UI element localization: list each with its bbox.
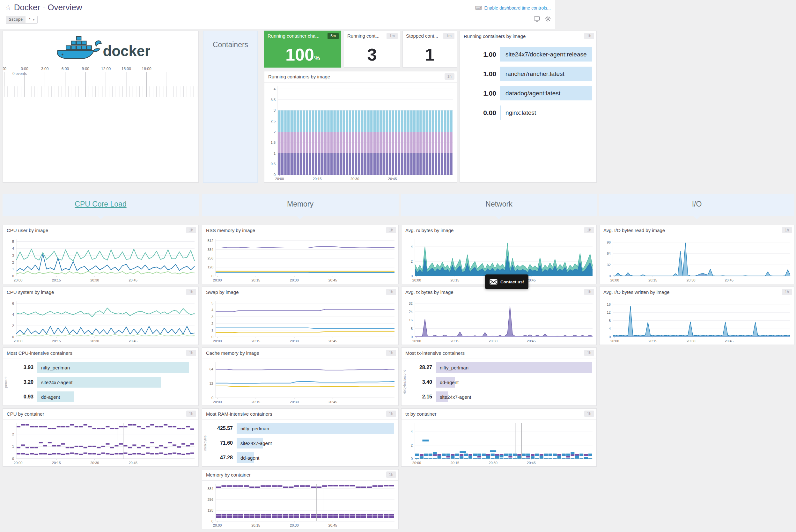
line-chart[interactable]: 0326420:0020:1520:3020:45	[202, 359, 398, 405]
toplist-row[interactable]: 0.93dd-agent	[8, 392, 194, 402]
scope-value[interactable]: *▾	[25, 16, 37, 23]
timeframe-badge[interactable]: 1h	[584, 33, 594, 39]
svg-text:24: 24	[409, 310, 413, 314]
timeframe-badge[interactable]: 5m	[328, 33, 339, 39]
svg-text:20:00: 20:00	[610, 278, 619, 282]
timeframe-badge[interactable]: 1h	[782, 227, 792, 233]
tile-running-container-change[interactable]: Running container cha...5m 100%	[264, 31, 341, 68]
toplist-value: 1.00	[466, 51, 500, 58]
toplist-bar	[500, 106, 501, 120]
svg-text:0: 0	[211, 335, 214, 339]
toplist-row[interactable]: 3.40dd-agent	[407, 377, 592, 387]
timeframe-badge[interactable]: 1h	[386, 471, 396, 478]
timeframe-badge[interactable]: 1h	[386, 411, 396, 417]
svg-text:12:00: 12:00	[101, 66, 111, 71]
tv-mode-icon[interactable]	[534, 16, 540, 22]
stacked-bar-chart[interactable]: 00.511.522.533.5420:0020:1520:3020:45	[264, 82, 457, 182]
svg-text:0:00: 0:00	[21, 66, 29, 71]
toplist-row[interactable]: 3.93nifty_perlman	[8, 362, 194, 373]
timeframe-badge[interactable]: 1m	[443, 33, 455, 39]
area-chart[interactable]: 0816243220:0020:1520:3020:45	[402, 298, 596, 345]
toplist-row[interactable]: 2.15site24x7-agent	[407, 392, 592, 402]
section-notch	[97, 216, 104, 219]
tile-running-containers[interactable]: Running cont...1m 3	[344, 31, 400, 68]
toplist-label: site24x7-agent	[41, 380, 72, 385]
timeframe-badge[interactable]: 1h	[386, 289, 396, 295]
timeframe-badge[interactable]: 1h	[186, 289, 196, 295]
svg-text:128: 128	[208, 265, 214, 269]
toplist-unit-label: percent	[3, 359, 8, 405]
svg-text:20:15: 20:15	[52, 278, 61, 282]
svg-text:1: 1	[211, 328, 214, 332]
svg-text:4: 4	[12, 246, 14, 250]
panel-io-read: Avg. I/O bytes read by image1h 032649620…	[599, 225, 794, 284]
svg-text:20:45: 20:45	[329, 278, 337, 282]
section-notch	[297, 216, 303, 219]
timeframe-badge[interactable]: 1h	[584, 227, 594, 233]
toplist-row[interactable]: 3.20site24x7-agent	[8, 377, 194, 387]
svg-text:96: 96	[607, 240, 611, 244]
svg-text:20:15: 20:15	[251, 339, 260, 343]
step-chart[interactable]: 02420:0020:1520:3020:45	[402, 420, 596, 466]
svg-text:0: 0	[609, 335, 611, 339]
timeframe-badge[interactable]: 1m	[387, 33, 398, 39]
toplist-value: 0.93	[8, 394, 37, 400]
toplist-row[interactable]: 28.27nifty_perlman	[407, 362, 592, 373]
panel-memory-by-container: Memory by container1h 012825638420:0020:…	[202, 469, 399, 529]
timeframe-badge[interactable]: 1h	[386, 350, 396, 356]
section-link-cpu-core-load[interactable]: CPU Core Load	[3, 200, 199, 208]
step-chart[interactable]: 012825638420:0020:1520:3020:45	[202, 481, 398, 529]
timeframe-badge[interactable]: 1h	[186, 350, 196, 356]
step-chart[interactable]: 01220:0020:1520:3020:45	[3, 420, 198, 466]
toplist: mebibytes425.57nifty_perlman71.60site24x…	[202, 420, 398, 466]
svg-text:0: 0	[274, 173, 276, 176]
svg-text:0.5: 0.5	[271, 162, 276, 166]
timeframe-badge[interactable]: 1h	[186, 411, 196, 417]
docker-logo: docker	[3, 31, 198, 65]
svg-text:0: 0	[411, 274, 413, 278]
events-timeline[interactable]: 000:003:006:009:0012:0015:0018:000 event…	[3, 65, 198, 100]
contact-us-button[interactable]: Contact us!	[485, 274, 529, 289]
tile-stopped-containers[interactable]: Stopped cont...1m 1	[403, 31, 457, 68]
timeframe-badge[interactable]: 1h	[445, 73, 455, 80]
tile-value: 1	[403, 42, 457, 67]
svg-text:6:00: 6:00	[61, 66, 69, 71]
svg-text:20:30: 20:30	[290, 524, 299, 527]
svg-text:4: 4	[274, 87, 276, 91]
svg-text:64: 64	[209, 367, 214, 371]
line-chart[interactable]: 024620:0020:1520:3020:45	[3, 298, 198, 345]
favorite-star-icon[interactable]: ☆	[5, 3, 12, 12]
svg-text:8: 8	[609, 319, 611, 323]
svg-text:3: 3	[12, 253, 14, 257]
panel-io-write: Avg. I/O bytes written by image1h 048121…	[599, 287, 794, 345]
timeframe-badge[interactable]: 1h	[186, 227, 196, 233]
area-chart[interactable]: 032649620:0020:1520:3020:45	[599, 236, 794, 284]
toplist-row[interactable]: 1.00site24x7/docker-agent:release	[466, 47, 592, 61]
toplist-row[interactable]: 1.00rancher/rancher:latest	[466, 66, 592, 81]
svg-text:384: 384	[208, 248, 214, 251]
svg-text:1: 1	[12, 444, 14, 448]
section-network: Network	[401, 194, 597, 216]
svg-text:5: 5	[211, 301, 214, 305]
timeframe-badge[interactable]: 1h	[782, 289, 792, 295]
gear-icon[interactable]	[545, 16, 551, 22]
enable-time-controls-link[interactable]: ⌨ Enable dashboard time controls...	[475, 5, 551, 11]
toplist-row[interactable]: 71.60site24x7-agent	[208, 438, 394, 449]
timeframe-badge[interactable]: 1h	[386, 227, 396, 233]
line-chart[interactable]: 012825638451220:0020:1520:3020:45	[202, 236, 398, 284]
line-chart[interactable]: 01234520:0020:1520:3020:45	[3, 236, 198, 284]
timeframe-badge[interactable]: 1h	[584, 350, 594, 356]
timeframe-badge[interactable]: 1h	[584, 411, 594, 417]
line-chart[interactable]: 01234520:0020:1520:3020:45	[202, 298, 398, 345]
toplist-row[interactable]: 1.00datadog/agent:latest	[466, 86, 592, 100]
toplist-row[interactable]: 47.28dd-agent	[208, 452, 394, 463]
toplist-row[interactable]: 425.57nifty_perlman	[208, 423, 394, 434]
area-chart[interactable]: 048121620:0020:1520:3020:45	[599, 298, 794, 345]
svg-text:20:15: 20:15	[52, 461, 61, 465]
svg-text:1.5: 1.5	[271, 140, 276, 145]
svg-text:20:15: 20:15	[648, 278, 657, 282]
scope-template-picker[interactable]: $scope *▾	[6, 16, 38, 24]
dashboard-page: ☆ Docker - Overview $scope *▾ ⌨ Enable d…	[0, 0, 796, 532]
timeframe-badge[interactable]: 1h	[584, 289, 594, 295]
toplist-row[interactable]: 0.00nginx:latest	[466, 106, 592, 120]
